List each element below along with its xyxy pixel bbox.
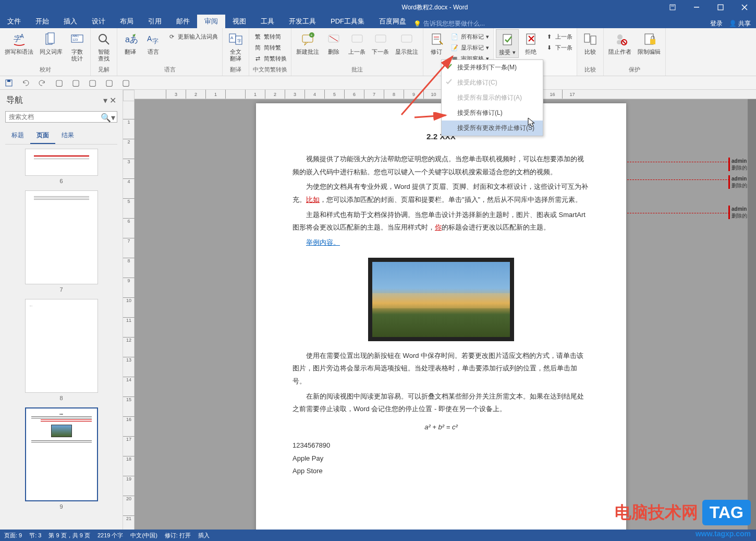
document-page[interactable]: 2.2 XXX 视频提供了功能强大的方法帮助您证明您的观点。当您单击联机视频时，… — [256, 103, 626, 530]
page-thumbnail[interactable] — [25, 190, 98, 284]
smartlookup-btn[interactable]: 智能 查找 — [93, 29, 115, 64]
inline-image[interactable] — [368, 258, 514, 341]
status-insert[interactable]: 插入 — [198, 532, 210, 539]
status-lang[interactable]: 中文(中国) — [130, 532, 157, 539]
page-thumbnail[interactable]: xxx — [25, 407, 98, 501]
qat-btn[interactable]: ▢ — [53, 77, 65, 89]
ribbon-options-btn[interactable] — [661, 0, 684, 15]
translate-btn[interactable]: aあ 翻译 — [119, 29, 141, 57]
ruler-corner[interactable] — [123, 90, 135, 101]
group-comments: + 新建批注 删除 上一条 下一条 显示批注 批注 — [291, 28, 423, 76]
track-changes-btn[interactable]: 修订 — [425, 29, 447, 57]
group-fulltranslate: A字 全文 翻译 翻译 — [223, 28, 249, 76]
minimize-btn[interactable] — [685, 0, 708, 15]
prev-comment-btn[interactable]: 上一条 — [346, 29, 368, 57]
redo-btn[interactable] — [36, 77, 48, 89]
search-icon[interactable]: 🔍▾ — [101, 113, 115, 123]
spelling-icon: 字A — [11, 31, 28, 47]
share-link[interactable]: 👤 共享 — [729, 19, 751, 28]
accept-btn[interactable]: 接受 ▾ — [496, 29, 519, 58]
tab-insert[interactable]: 插入 — [56, 15, 84, 28]
status-page[interactable]: 页面: 9 — [4, 532, 22, 539]
prev-change-btn[interactable]: ⬆上一条 — [543, 31, 575, 42]
tab-home[interactable]: 开始 — [28, 15, 56, 28]
svg-rect-31 — [503, 34, 511, 45]
block-authors-btn[interactable]: 阻止作者 — [606, 29, 634, 57]
convert-btn[interactable]: ⇄简繁转换 — [251, 53, 289, 64]
tab-tools[interactable]: 工具 — [253, 15, 282, 28]
chevron-down-icon: ▾ — [513, 49, 516, 55]
save-btn[interactable] — [3, 77, 15, 89]
tab-baidu[interactable]: 百度网盘 — [372, 15, 413, 28]
group-compare: 比较 比较 — [577, 28, 604, 76]
restrict-edit-btn[interactable]: 限制编辑 — [635, 29, 663, 57]
wordcount-btn[interactable]: ABC123 字数 统计 — [66, 29, 88, 64]
svg-text:+: + — [310, 33, 313, 38]
ruler-vertical[interactable]: 123456789101112131415161718192021 — [123, 99, 135, 530]
show-markup-btn[interactable]: 📝显示标记▾ — [448, 42, 491, 53]
paragraph: 视频提供了功能强大的方法帮助您证明您的观点。当您单击联机视频时，可以在想要添加的… — [292, 153, 590, 178]
revision-balloon[interactable]: admin 2 删除的内容: 您 — [731, 206, 748, 219]
language-icon: A字 — [145, 31, 162, 47]
qat-btn[interactable]: ▢ — [103, 77, 115, 89]
tab-design[interactable]: 设计 — [84, 15, 113, 28]
nav-close-btn[interactable]: ▾ ✕ — [103, 95, 116, 105]
tab-mailings[interactable]: 邮件 — [169, 15, 197, 28]
status-tracking[interactable]: 修订: 打开 — [165, 532, 191, 539]
maximize-btn[interactable] — [709, 0, 732, 15]
tab-results[interactable]: 结果 — [55, 128, 80, 144]
login-link[interactable]: 登录 — [710, 19, 723, 28]
revision-balloon[interactable]: admin 2 删除的内容: 例如 — [731, 175, 748, 189]
status-pages[interactable]: 第 9 页，共 9 页 — [48, 532, 90, 539]
document-scroll[interactable]: 2.2 XXX 视频提供了功能强大的方法帮助您证明您的观点。当您单击联机视频时，… — [135, 99, 748, 530]
page-thumbnail[interactable] — [25, 149, 98, 176]
page-thumbnail[interactable]: .... — [25, 299, 98, 393]
quick-access-toolbar: ▢ ▢ ▢ ▢ ▢ — [0, 76, 756, 90]
markup-dropdown[interactable]: 📄所有标记▾ — [448, 31, 491, 42]
update-ime-btn[interactable]: ⟳ 更新输入法词典 — [165, 31, 220, 42]
trad-simp-btn[interactable]: 繁繁转简 — [251, 31, 289, 42]
revision-balloon[interactable]: admin 2 删除的内容: — [731, 158, 748, 171]
nav-search: 🔍▾ — [5, 111, 117, 123]
tab-developer[interactable]: 开发工具 — [282, 15, 323, 28]
chevron-down-icon: ▾ — [486, 44, 489, 51]
undo-btn[interactable] — [20, 77, 31, 89]
prev-change-icon: ⬆ — [545, 32, 553, 41]
tab-references[interactable]: 引用 — [141, 15, 169, 28]
language-btn[interactable]: A字 语言 — [142, 29, 164, 57]
spelling-btn[interactable]: 字A 拼写和语法 — [2, 29, 36, 57]
thesaurus-btn[interactable]: 同义词库 — [37, 29, 65, 57]
simp-trad-btn[interactable]: 简简转繁 — [251, 42, 289, 53]
svg-text:aあ: aあ — [125, 35, 138, 44]
show-comment-btn[interactable]: 显示批注 — [393, 29, 421, 57]
nav-title: 导航 — [6, 95, 23, 106]
delete-comment-btn[interactable]: 删除 — [323, 29, 345, 57]
status-section[interactable]: 节: 3 — [29, 532, 41, 539]
hyperlink[interactable]: 举例内容。 — [306, 238, 340, 246]
tab-pdfkit[interactable]: PDF工具集 — [323, 15, 372, 28]
next-comment-btn[interactable]: 下一条 — [369, 29, 392, 57]
fullpage-translate-btn[interactable]: A字 全文 翻译 — [225, 29, 247, 64]
markup-icon: 📄 — [450, 32, 459, 41]
qat-btn[interactable]: ▢ — [70, 77, 81, 89]
nav-thumbnails: 6 7 .... 8 xxx 9 — [0, 145, 123, 530]
compare-btn[interactable]: 比较 — [579, 29, 601, 57]
tab-pages[interactable]: 页面 — [30, 128, 55, 144]
close-btn[interactable] — [733, 0, 756, 15]
title-bar: Word教程2.docx - Word — [0, 0, 756, 15]
convert-icon: ⇄ — [253, 54, 262, 63]
tracked-insert: 比如 — [306, 196, 320, 203]
tab-review[interactable]: 审阅 — [197, 15, 225, 28]
tab-file[interactable]: 文件 — [0, 15, 28, 28]
tab-headings[interactable]: 标题 — [5, 128, 30, 144]
next-change-btn[interactable]: ⬇下一条 — [543, 42, 575, 53]
qat-btn[interactable]: ▢ — [87, 77, 98, 89]
tab-view[interactable]: 视图 — [225, 15, 253, 28]
new-comment-btn[interactable]: + 新建批注 — [294, 29, 322, 57]
status-words[interactable]: 2219 个字 — [97, 532, 124, 539]
accept-move-next[interactable]: 接受并移到下一条(M) — [442, 60, 543, 75]
qat-btn[interactable]: ▢ — [120, 77, 131, 89]
tell-me[interactable]: 💡 告诉我您想要做什么... — [413, 19, 485, 28]
reject-btn[interactable]: 拒绝 — [520, 29, 542, 57]
tab-layout[interactable]: 布局 — [113, 15, 141, 28]
